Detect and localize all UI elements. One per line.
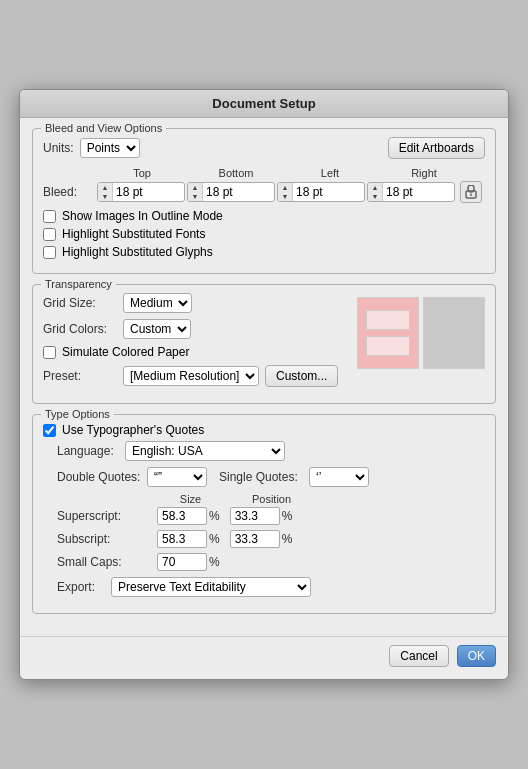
bleed-top-input[interactable] <box>113 185 185 199</box>
simulate-paper-checkbox[interactable] <box>43 346 56 359</box>
bleed-bottom-down[interactable]: ▼ <box>188 192 202 201</box>
transparency-left: Grid Size: Medium Grid Colors: Custom S <box>43 293 347 393</box>
bleed-bottom-spinners[interactable]: ▲ ▼ <box>188 183 203 201</box>
export-row: Export: Preserve Text Editability <box>57 577 485 597</box>
smallcaps-pct: % <box>209 555 220 569</box>
preview-gray-box <box>423 297 485 369</box>
bleed-bottom-field: ▲ ▼ <box>187 182 275 202</box>
edit-artboards-button[interactable]: Edit Artboards <box>388 137 485 159</box>
bleed-bottom-up[interactable]: ▲ <box>188 183 202 192</box>
subscript-size-input[interactable] <box>157 530 207 548</box>
subscript-size-pct: % <box>209 532 220 546</box>
export-select[interactable]: Preserve Text Editability <box>111 577 311 597</box>
use-quotes-row: Use Typographer's Quotes <box>43 423 485 437</box>
export-label: Export: <box>57 580 107 594</box>
smallcaps-row: Small Caps: % <box>57 553 485 571</box>
preset-label: Preset: <box>43 369 123 383</box>
bleed-input-group: ▲ ▼ ▲ ▼ ▲ <box>97 181 482 203</box>
bleed-left-up[interactable]: ▲ <box>278 183 292 192</box>
bleed-section: Bleed and View Options Units: Points Edi… <box>32 128 496 274</box>
dialog-body: Bleed and View Options Units: Points Edi… <box>20 118 508 636</box>
bleed-right-spinners[interactable]: ▲ ▼ <box>368 183 383 201</box>
bleed-top-spinners[interactable]: ▲ ▼ <box>98 183 113 201</box>
smallcaps-input[interactable] <box>157 553 207 571</box>
bleed-inputs-row: Bleed: ▲ ▼ ▲ ▼ <box>43 181 485 203</box>
quotes-row: Double Quotes: “” Single Quotes: ‘’ <box>57 467 485 487</box>
grid-colors-select[interactable]: Custom <box>123 319 191 339</box>
bleed-top-down[interactable]: ▼ <box>98 192 112 201</box>
subscript-pos-pct: % <box>282 532 293 546</box>
grid-size-select[interactable]: Medium <box>123 293 192 313</box>
show-outline-label: Show Images In Outline Mode <box>62 209 223 223</box>
single-quotes-select[interactable]: ‘’ <box>309 467 369 487</box>
single-quotes-label: Single Quotes: <box>219 470 309 484</box>
bleed-bottom-label: Bottom <box>189 167 283 179</box>
double-quotes-select[interactable]: “” <box>147 467 207 487</box>
preset-select[interactable]: [Medium Resolution] <box>123 366 259 386</box>
type-section-label: Type Options <box>41 408 114 420</box>
bleed-left-input[interactable] <box>293 185 365 199</box>
bleed-left-down[interactable]: ▼ <box>278 192 292 201</box>
transparency-section: Transparency Grid Size: Medium Grid Colo… <box>32 284 496 404</box>
size-position-headers: Size Position <box>153 493 485 505</box>
grid-size-label: Grid Size: <box>43 296 123 310</box>
preview-pink-box <box>357 297 419 369</box>
subscript-row: Subscript: % % <box>57 530 485 548</box>
bleed-top-field: ▲ ▼ <box>97 182 185 202</box>
bleed-right-label: Right <box>377 167 471 179</box>
units-select[interactable]: Points <box>80 138 140 158</box>
bleed-right-field: ▲ ▼ <box>367 182 455 202</box>
units-label: Units: <box>43 141 74 155</box>
dialog-title: Document Setup <box>20 90 508 118</box>
bleed-top-up[interactable]: ▲ <box>98 183 112 192</box>
bleed-column-headers: Top Bottom Left Right <box>95 167 485 179</box>
dialog-footer: Cancel OK <box>20 636 508 679</box>
language-row: Language: English: USA <box>57 441 485 461</box>
bleed-left-field: ▲ ▼ <box>277 182 365 202</box>
custom-button[interactable]: Custom... <box>265 365 338 387</box>
show-outline-row: Show Images In Outline Mode <box>43 209 485 223</box>
grid-size-row: Grid Size: Medium <box>43 293 347 313</box>
highlight-fonts-row: Highlight Substituted Fonts <box>43 227 485 241</box>
use-quotes-checkbox[interactable] <box>43 424 56 437</box>
highlight-glyphs-row: Highlight Substituted Glyphs <box>43 245 485 259</box>
transparency-preview <box>357 297 485 369</box>
subscript-label: Subscript: <box>57 532 157 546</box>
ok-button[interactable]: OK <box>457 645 496 667</box>
bleed-field-label: Bleed: <box>43 185 93 199</box>
type-section: Type Options Use Typographer's Quotes La… <box>32 414 496 614</box>
superscript-row: Superscript: % % <box>57 507 485 525</box>
highlight-glyphs-label: Highlight Substituted Glyphs <box>62 245 213 259</box>
bleed-right-input[interactable] <box>383 185 455 199</box>
simulate-paper-label: Simulate Colored Paper <box>62 345 189 359</box>
superscript-size-input[interactable] <box>157 507 207 525</box>
highlight-fonts-checkbox[interactable] <box>43 228 56 241</box>
bleed-section-label: Bleed and View Options <box>41 122 166 134</box>
grid-colors-label: Grid Colors: <box>43 322 123 336</box>
use-quotes-label: Use Typographer's Quotes <box>62 423 204 437</box>
position-header: Position <box>234 493 309 505</box>
superscript-pos-input[interactable] <box>230 507 280 525</box>
transparency-section-label: Transparency <box>41 278 116 290</box>
units-left: Units: Points <box>43 138 140 158</box>
transparency-content: Grid Size: Medium Grid Colors: Custom S <box>43 293 485 393</box>
simulate-paper-row: Simulate Colored Paper <box>43 345 347 359</box>
bleed-right-down[interactable]: ▼ <box>368 192 382 201</box>
superscript-size-pct: % <box>209 509 220 523</box>
bleed-bottom-input[interactable] <box>203 185 275 199</box>
bleed-left-spinners[interactable]: ▲ ▼ <box>278 183 293 201</box>
show-outline-checkbox[interactable] <box>43 210 56 223</box>
language-select[interactable]: English: USA <box>125 441 285 461</box>
smallcaps-label: Small Caps: <box>57 555 157 569</box>
preview-pink-rect-bottom <box>366 336 410 356</box>
document-setup-dialog: Document Setup Bleed and View Options Un… <box>19 89 509 680</box>
language-label: Language: <box>57 444 125 458</box>
bleed-right-up[interactable]: ▲ <box>368 183 382 192</box>
bleed-left-label: Left <box>283 167 377 179</box>
cancel-button[interactable]: Cancel <box>389 645 448 667</box>
highlight-glyphs-checkbox[interactable] <box>43 246 56 259</box>
units-row: Units: Points Edit Artboards <box>43 137 485 159</box>
preview-pink-rect-top <box>366 310 410 330</box>
bleed-link-icon[interactable] <box>460 181 482 203</box>
subscript-pos-input[interactable] <box>230 530 280 548</box>
